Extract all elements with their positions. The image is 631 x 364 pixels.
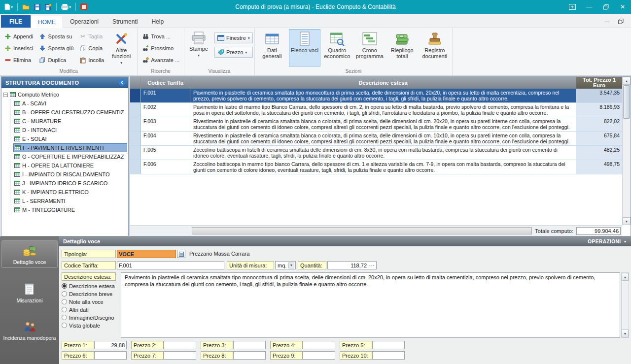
radio-input[interactable] — [62, 323, 67, 328]
sposta-giu-button[interactable]: Sposta giù — [36, 42, 76, 54]
sezione-riepilogo-totali-button[interactable]: Riepilogo totali — [386, 29, 418, 66]
table-row-f001[interactable]: F.001 Pavimento in piastrelle di ceramic… — [130, 89, 622, 103]
tab-help[interactable]: Help — [144, 15, 171, 28]
save-button[interactable] — [33, 1, 42, 12]
document-restore-button[interactable] — [615, 17, 626, 26]
tree-item-m[interactable]: M - TINTEGGIATURE — [13, 205, 127, 214]
description-scrollbar[interactable]: ▲ ▼ — [621, 272, 629, 338]
prezzo-7-input[interactable] — [164, 351, 196, 360]
tree-item-h[interactable]: H - OPERE DA LATTONIERE — [13, 161, 127, 170]
tree-item-b[interactable]: B - OPERE CALCESTRUZZO CEMENTIZ — [13, 108, 127, 117]
sidebar-item-incidenza-manodopera[interactable]: Incidenza manodopera — [1, 317, 58, 344]
scrollbar-thumb[interactable] — [623, 85, 630, 119]
quantita-input[interactable]: 118,72 ··· — [327, 261, 377, 269]
scroll-up-icon[interactable]: ▲ — [623, 77, 631, 85]
radio-note-alla-voce[interactable]: Note alla voce — [62, 298, 115, 305]
ribbon-options-button[interactable] — [564, 0, 581, 14]
scrollbar-track[interactable] — [622, 281, 629, 330]
radio-vista-globale[interactable]: Vista globale — [62, 322, 115, 329]
collapse-panel-icon[interactable] — [118, 79, 126, 86]
duplica-button[interactable]: Duplica — [36, 54, 76, 66]
table-row-f004[interactable]: F.004 Rivestimento in piastrelle di cera… — [130, 132, 622, 146]
document-minimize-button[interactable]: — — [601, 17, 612, 26]
minimize-button[interactable]: — — [581, 0, 597, 14]
print-button[interactable]: ▾ — [60, 1, 72, 12]
radio-immagine-disegno[interactable]: Immagine/Disegno — [62, 314, 115, 321]
tab-operazioni[interactable]: Operazioni — [63, 15, 105, 28]
row-selector[interactable] — [130, 89, 141, 102]
prezzo-1-input[interactable] — [94, 341, 127, 349]
tree-item-j[interactable]: J - IMPIANTO IDRICO E SCARICO — [13, 179, 127, 188]
row-selector[interactable] — [130, 146, 141, 160]
codice-tariffa-input[interactable] — [117, 261, 224, 269]
prezzo-2-input[interactable] — [164, 341, 196, 349]
new-document-button[interactable]: ▾ — [3, 1, 14, 12]
tree-item-f-selected[interactable]: F - PAVIMENTI E RIVESTIMENTI — [13, 143, 127, 152]
prezzo-10-input[interactable] — [372, 351, 405, 360]
tot-prezzo-header[interactable]: Tot. Prezzo 1 Euro — [576, 77, 622, 89]
tree-item-i[interactable]: I - IMPIANTO DI RISCALDAMENTO — [13, 170, 127, 179]
scroll-up-icon[interactable]: ▲ — [622, 273, 629, 281]
sidebar-item-dettaglio-voce[interactable]: Dettaglio voce — [1, 240, 58, 268]
stampe-button[interactable]: Stampe ▾ — [186, 29, 211, 66]
appendi-button[interactable]: Appendi — [1, 31, 36, 42]
radio-descrizione-estesa[interactable]: Descrizione estesa — [62, 283, 115, 289]
table-scrollbar[interactable]: ▲ ▼ — [622, 77, 631, 225]
inserisci-button[interactable]: Inserisci — [1, 42, 36, 54]
expander-minus-icon[interactable] — [3, 93, 8, 97]
prezzo-9-input[interactable] — [303, 351, 335, 360]
close-button[interactable]: ✕ — [614, 0, 631, 14]
sezione-dati-generali-button[interactable]: Dati generali — [256, 29, 288, 66]
scroll-down-icon[interactable]: ▼ — [622, 330, 629, 337]
operazioni-menu[interactable]: OPERAZIONI ▼ — [588, 239, 627, 244]
sposta-su-button[interactable]: Sposta su — [36, 31, 76, 42]
prossimo-button[interactable]: Prossimo — [139, 42, 182, 54]
tipologia-picker-button[interactable] — [177, 250, 185, 258]
scrollbar-track[interactable] — [623, 119, 631, 217]
unita-misura-select[interactable]: mq. ▼ — [275, 261, 296, 269]
tab-strumenti[interactable]: Strumenti — [105, 15, 144, 28]
altre-funzioni-button[interactable]: Altre funzioni ▾ — [107, 29, 136, 67]
scroll-down-icon[interactable]: ▼ — [623, 217, 631, 225]
table-row-f003[interactable]: F.003 Rivestimento in piastrelle di cera… — [130, 117, 622, 132]
app-logo-button[interactable] — [79, 1, 89, 12]
table-row-f006[interactable]: F.006 Zoccolino battiscopa in marmo tipo… — [130, 160, 622, 174]
incolla-button[interactable]: Incolla — [76, 54, 107, 66]
save-as-button[interactable] — [43, 1, 53, 12]
tree-item-l[interactable]: L - SERRAMENTI — [13, 197, 127, 205]
descrizione-textarea[interactable]: Pavimento in piastrelle di ceramica smal… — [121, 272, 620, 338]
open-button[interactable] — [21, 1, 31, 12]
prezzo-5-input[interactable] — [372, 341, 405, 349]
tab-home[interactable]: HOME — [31, 16, 63, 28]
prezzo-button[interactable]: Prezzo ▾ — [214, 47, 253, 58]
tree-item-c[interactable]: C - MURATURE — [13, 117, 127, 126]
sezione-elenco-voci-button[interactable]: Elenco voci — [289, 29, 320, 66]
sezione-registro-documenti-button[interactable]: Registro documenti — [419, 29, 451, 66]
finestre-button[interactable]: Finestre ▾ — [214, 33, 253, 43]
ellipsis-button[interactable]: ··· — [368, 264, 375, 267]
tree-item-e[interactable]: E - SOLAI — [13, 134, 127, 143]
tipologia-field[interactable]: VOCE — [117, 250, 176, 258]
copia-button[interactable]: Copia — [76, 42, 107, 54]
tree-item-g[interactable]: G - COPERTURE E IMPERMEABILIZZAZ — [13, 152, 127, 161]
codice-tariffa-header[interactable]: Codice Tariffa — [141, 77, 190, 89]
taglia-button[interactable]: ✂ Taglia — [76, 31, 107, 42]
sidebar-item-misurazioni[interactable]: Misurazioni — [1, 279, 58, 306]
tab-file[interactable]: FILE — [1, 15, 31, 28]
radio-altri-dati[interactable]: Altri dati — [62, 306, 115, 313]
row-selector[interactable] — [130, 132, 141, 145]
row-selector[interactable] — [130, 103, 141, 117]
prezzo-8-input[interactable] — [233, 351, 266, 360]
radio-input[interactable] — [62, 291, 67, 297]
descrizione-estesa-header[interactable]: Descrizione estesa — [190, 77, 576, 89]
prezzo-3-input[interactable] — [233, 341, 266, 349]
prezzo-4-input[interactable] — [303, 341, 335, 349]
sezione-crono-programma-button[interactable]: Crono programma — [354, 29, 386, 66]
row-selector[interactable] — [130, 160, 141, 174]
elimina-button[interactable]: Elimina — [1, 54, 36, 66]
radio-input[interactable] — [62, 315, 67, 320]
avanzate-button[interactable]: Avanzate ... — [139, 54, 182, 66]
radio-input[interactable] — [62, 299, 67, 304]
tree-item-d[interactable]: D - INTONACI — [13, 126, 127, 134]
tree-root-computo-metrico[interactable]: Computo Metrico — [2, 90, 127, 99]
